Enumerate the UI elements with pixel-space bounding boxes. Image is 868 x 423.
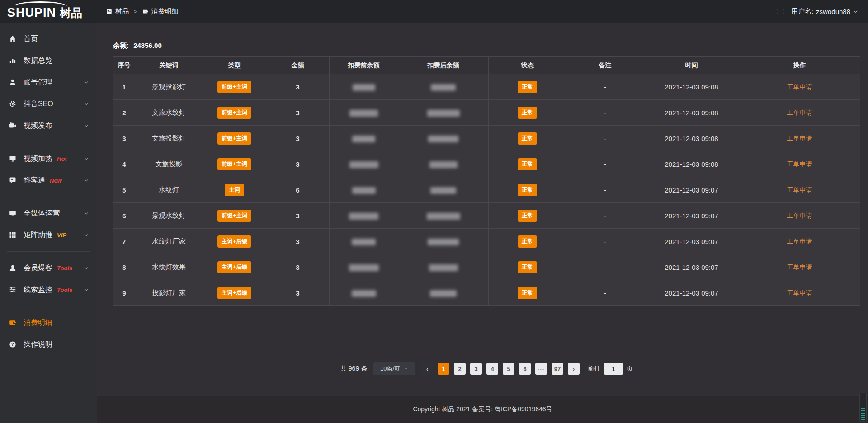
- breadcrumb-item-consumption-details[interactable]: 消费明细: [142, 7, 179, 16]
- chevron-down-icon: [84, 287, 89, 292]
- sidebar-item-video-publish[interactable]: 视频发布: [0, 115, 97, 136]
- sidebar-item-video-heating[interactable]: 视频加热Hot: [0, 148, 97, 169]
- masked-value-blob: [431, 84, 456, 91]
- floating-scroll-widget[interactable]: [859, 393, 867, 422]
- row-index-cell: 8: [113, 254, 135, 280]
- work-order-link[interactable]: 工单申请: [787, 135, 812, 142]
- work-order-link[interactable]: 工单申请: [787, 160, 812, 168]
- work-order-link[interactable]: 工单申请: [787, 109, 812, 116]
- column-header: 类型: [203, 57, 266, 74]
- page-size-value: 10条/页: [380, 365, 400, 373]
- action-cell: 工单申请: [739, 100, 860, 126]
- breadcrumb-separator: >: [134, 8, 137, 15]
- balance-before-masked: [330, 74, 398, 100]
- column-header: 状态: [489, 57, 566, 74]
- sidebar-item-data-overview[interactable]: 数据总览: [0, 50, 97, 71]
- chevron-down-icon: [853, 9, 858, 14]
- work-order-link[interactable]: 工单申请: [787, 186, 812, 193]
- status-cell: 正常: [489, 74, 566, 100]
- work-order-link[interactable]: 工单申请: [787, 289, 812, 296]
- sidebar-item-matrix-boost[interactable]: 矩阵助推VIP: [0, 224, 97, 246]
- time-cell: 2021-12-03 09:07: [644, 229, 739, 254]
- column-header: 操作: [739, 57, 860, 74]
- username-value: zswodun88: [816, 8, 850, 15]
- user-icon: [8, 264, 17, 272]
- balance-after-masked: [398, 280, 489, 306]
- time-cell: 2021-12-03 09:07: [644, 254, 739, 280]
- balance-after-masked: [398, 177, 489, 203]
- work-order-link[interactable]: 工单申请: [787, 238, 812, 245]
- keyword-cell: 景观投影灯: [135, 74, 203, 100]
- table-row: 2文旅水纹灯前缀+主词3正常-2021-12-03 09:08工单申请: [113, 100, 860, 126]
- masked-value-blob: [352, 187, 376, 194]
- wallet-icon: [8, 319, 17, 326]
- panel-icon: [106, 9, 112, 14]
- user-menu[interactable]: 用户名: zswodun88: [791, 7, 858, 16]
- sliders-icon: [8, 286, 17, 293]
- sidebar-divider: [7, 251, 90, 252]
- sidebar-item-douketong[interactable]: 抖客通New: [0, 169, 97, 191]
- fullscreen-icon[interactable]: [777, 8, 784, 15]
- keyword-cell: 水纹灯: [135, 177, 203, 203]
- pagination-total: 共 969 条: [340, 365, 367, 373]
- page-button-97[interactable]: 97: [552, 363, 563, 375]
- remark-cell: -: [566, 203, 644, 229]
- ellipsis-pages-button[interactable]: ···: [535, 363, 547, 375]
- sidebar-item-home[interactable]: 首页: [0, 28, 97, 50]
- table-row: 9投影灯厂家主词+后缀3正常-2021-12-03 09:07工单申请: [113, 280, 860, 306]
- amount-cell: 3: [266, 254, 330, 280]
- time-cell: 2021-12-03 09:07: [644, 203, 739, 229]
- type-cell: 主词+后缀: [203, 229, 266, 254]
- balance-before-masked: [330, 177, 398, 203]
- work-order-link[interactable]: 工单申请: [787, 83, 812, 90]
- amount-cell: 3: [266, 280, 330, 306]
- page-button-4[interactable]: 4: [486, 363, 498, 375]
- table-row: 7水纹灯厂家主词+后缀3正常-2021-12-03 09:07工单申请: [113, 229, 860, 254]
- balance-label: 余额:: [113, 42, 129, 49]
- status-badge: 正常: [518, 132, 537, 145]
- page-button-5[interactable]: 5: [503, 363, 514, 375]
- prev-page-button[interactable]: ‹: [421, 363, 433, 375]
- goto-page-input[interactable]: [604, 363, 623, 375]
- page-size-select[interactable]: 10条/页: [373, 362, 415, 375]
- time-cell: 2021-12-03 09:08: [644, 100, 739, 126]
- sidebar-item-douyin-seo[interactable]: 抖音SEO: [0, 93, 97, 115]
- status-cell: 正常: [489, 203, 566, 229]
- sidebar-item-clue-monitor[interactable]: 线索监控Tools: [0, 279, 97, 301]
- page-button-2[interactable]: 2: [454, 363, 466, 375]
- masked-value-blob: [430, 290, 457, 297]
- sidebar-item-label: 抖客通: [24, 176, 45, 185]
- topbar-right: 用户名: zswodun88: [777, 7, 868, 16]
- sidebar-item-all-media-operation[interactable]: 全媒体运营: [0, 202, 97, 224]
- table-row: 8水纹灯效果主词+后缀3正常-2021-12-03 09:07工单申请: [113, 254, 860, 280]
- table-body: 1景观投影灯前缀+主词3正常-2021-12-03 09:08工单申请2文旅水纹…: [113, 74, 860, 306]
- page-button-1[interactable]: 1: [438, 363, 449, 375]
- keyword-cell: 文旅投影: [135, 151, 203, 177]
- status-badge: 正常: [518, 235, 537, 248]
- footer: Copyright 树品 2021 备案号: 粤ICP备09019646号: [97, 396, 868, 423]
- pagination: 共 969 条 10条/页 ‹ 123456···97 › 前往 页: [113, 362, 860, 375]
- masked-value-blob: [427, 110, 460, 117]
- sidebar-item-label: 抖音SEO: [24, 99, 53, 109]
- sidebar-item-operation-guide[interactable]: ?操作说明: [0, 334, 97, 355]
- sidebar-item-consumption-details[interactable]: 消费明细: [0, 312, 97, 334]
- table-row: 6景观水纹灯前缀+主词3正常-2021-12-03 09:07工单申请: [113, 203, 860, 229]
- page-button-6[interactable]: 6: [519, 363, 531, 375]
- row-index-cell: 7: [113, 229, 135, 254]
- sidebar-item-account-management[interactable]: 账号管理: [0, 71, 97, 93]
- sidebar-item-member-baoke[interactable]: 会员爆客Tools: [0, 257, 97, 279]
- page-button-3[interactable]: 3: [470, 363, 482, 375]
- sidebar-item-label: 视频发布: [24, 121, 52, 131]
- sidebar-item-label: 矩阵助推: [24, 230, 52, 240]
- breadcrumb-item-shupin[interactable]: 树品: [106, 7, 129, 16]
- masked-value-blob: [349, 110, 378, 117]
- remark-cell: -: [566, 254, 644, 280]
- chevron-down-icon: [84, 123, 89, 128]
- balance: 余额: 24856.00: [113, 42, 860, 50]
- work-order-link[interactable]: 工单申请: [787, 212, 812, 219]
- status-cell: 正常: [489, 177, 566, 203]
- sidebar-item-label: 首页: [24, 34, 38, 44]
- next-page-button[interactable]: ›: [568, 363, 580, 375]
- work-order-link[interactable]: 工单申请: [787, 263, 812, 271]
- chevron-down-icon: [84, 156, 89, 161]
